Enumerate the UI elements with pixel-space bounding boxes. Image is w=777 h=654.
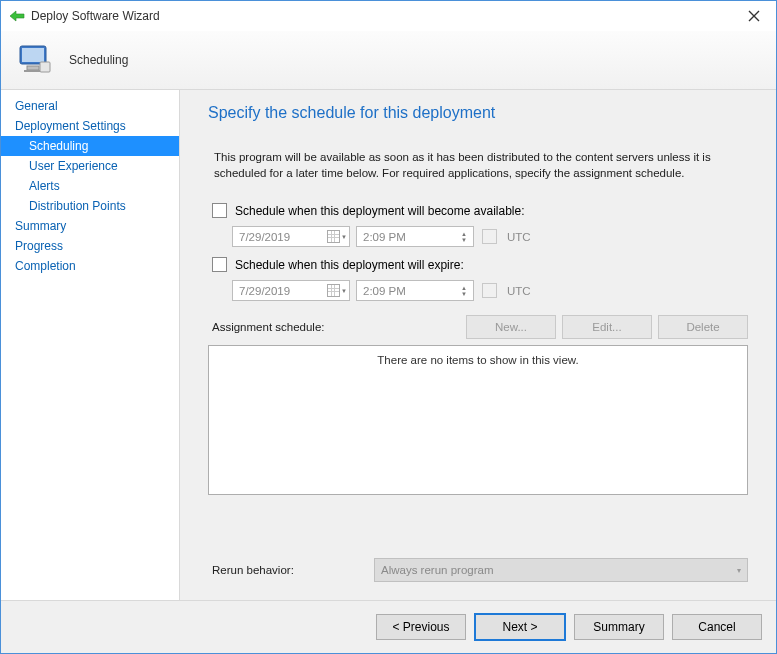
sidebar: General Deployment Settings Scheduling U… [1, 90, 180, 600]
available-checkbox[interactable] [212, 203, 227, 218]
calendar-dropdown-icon: ▼ [327, 284, 347, 297]
wizard-header: Scheduling [1, 31, 776, 90]
monitor-icon [15, 40, 55, 80]
expire-time-value: 2:09 PM [363, 285, 406, 297]
available-time-field[interactable]: 2:09 PM ▲▼ [356, 226, 474, 247]
spinner-icon: ▲▼ [457, 231, 471, 243]
sidebar-item-distribution-points[interactable]: Distribution Points [1, 196, 179, 216]
rerun-behavior-select[interactable]: Always rerun program ▾ [374, 558, 748, 582]
page-heading: Specify the schedule for this deployment [208, 104, 748, 122]
sidebar-item-progress[interactable]: Progress [1, 236, 179, 256]
summary-button[interactable]: Summary [574, 614, 664, 640]
wizard-window: Deploy Software Wizard Scheduling Genera… [0, 0, 777, 654]
assignment-schedule-label: Assignment schedule: [212, 321, 325, 333]
expire-time-field[interactable]: 2:09 PM ▲▼ [356, 280, 474, 301]
sidebar-item-deployment-settings[interactable]: Deployment Settings [1, 116, 179, 136]
rerun-behavior-value: Always rerun program [381, 564, 493, 576]
expire-checkbox-label: Schedule when this deployment will expir… [235, 258, 464, 272]
close-icon [748, 10, 760, 22]
available-time-value: 2:09 PM [363, 231, 406, 243]
assignment-list[interactable]: There are no items to show in this view. [208, 345, 748, 495]
main-panel: Specify the schedule for this deployment… [180, 90, 776, 600]
delete-button[interactable]: Delete [658, 315, 748, 339]
next-button[interactable]: Next > [474, 613, 566, 641]
expire-utc-checkbox[interactable] [482, 283, 497, 298]
svg-rect-4 [40, 62, 50, 72]
svg-rect-2 [27, 66, 39, 70]
expire-utc-label: UTC [507, 285, 531, 297]
empty-list-text: There are no items to show in this view. [377, 354, 578, 366]
calendar-dropdown-icon: ▼ [327, 230, 347, 243]
available-date-field[interactable]: 7/29/2019 ▼ [232, 226, 350, 247]
cancel-button[interactable]: Cancel [672, 614, 762, 640]
sidebar-item-user-experience[interactable]: User Experience [1, 156, 179, 176]
spinner-icon: ▲▼ [457, 285, 471, 297]
available-utc-label: UTC [507, 231, 531, 243]
header-step-title: Scheduling [69, 53, 128, 67]
expire-row: Schedule when this deployment will expir… [208, 257, 748, 272]
titlebar: Deploy Software Wizard [1, 1, 776, 31]
close-button[interactable] [731, 1, 776, 31]
titlebar-title: Deploy Software Wizard [31, 9, 160, 23]
sidebar-item-general[interactable]: General [1, 96, 179, 116]
expire-date-value: 7/29/2019 [239, 285, 290, 297]
sidebar-item-alerts[interactable]: Alerts [1, 176, 179, 196]
rerun-behavior-label: Rerun behavior: [208, 564, 362, 576]
svg-rect-3 [24, 70, 42, 72]
sidebar-item-summary[interactable]: Summary [1, 216, 179, 236]
svg-rect-1 [22, 48, 44, 62]
chevron-down-icon: ▾ [737, 566, 741, 575]
available-date-value: 7/29/2019 [239, 231, 290, 243]
available-checkbox-label: Schedule when this deployment will becom… [235, 204, 525, 218]
app-arrow-icon [9, 8, 25, 24]
available-row: Schedule when this deployment will becom… [208, 203, 748, 218]
new-button[interactable]: New... [466, 315, 556, 339]
sidebar-item-scheduling[interactable]: Scheduling [1, 136, 179, 156]
footer: < Previous Next > Summary Cancel [1, 600, 776, 653]
expire-checkbox[interactable] [212, 257, 227, 272]
sidebar-item-completion[interactable]: Completion [1, 256, 179, 276]
instructions-text: This program will be available as soon a… [208, 150, 748, 181]
available-utc-checkbox[interactable] [482, 229, 497, 244]
edit-button[interactable]: Edit... [562, 315, 652, 339]
expire-date-field[interactable]: 7/29/2019 ▼ [232, 280, 350, 301]
previous-button[interactable]: < Previous [376, 614, 466, 640]
